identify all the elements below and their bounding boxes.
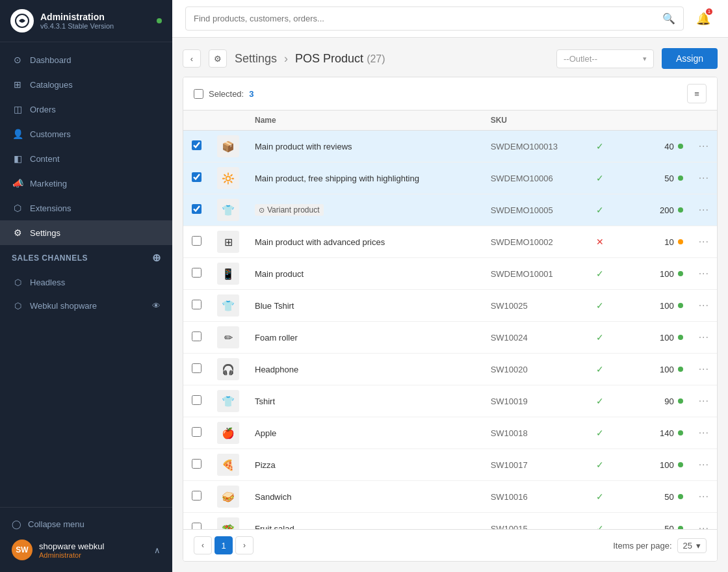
sidebar-item-content[interactable]: ◧ Content <box>0 146 172 171</box>
product-stock-cell: 140 <box>626 417 691 449</box>
row-checkbox[interactable] <box>192 332 202 341</box>
notification-button[interactable]: 🔔 1 <box>692 7 715 31</box>
items-per-page-label: Items per page: <box>613 541 671 551</box>
collapse-label: Collapse menu <box>28 519 84 529</box>
search-icon[interactable]: 🔍 <box>662 12 675 25</box>
table-row: 🔆 Main product, free shipping with highl… <box>183 162 717 194</box>
row-checkbox[interactable] <box>192 204 202 214</box>
more-options-button[interactable]: ··· <box>699 363 709 374</box>
more-options-button[interactable]: ··· <box>699 268 709 279</box>
search-input[interactable] <box>194 14 657 23</box>
more-options-button[interactable]: ··· <box>699 300 709 311</box>
product-name-cell: Headphone <box>247 354 483 385</box>
product-name: Sandwich <box>255 492 291 502</box>
row-checkbox-cell <box>183 481 209 513</box>
more-options-button[interactable]: ··· <box>699 172 709 183</box>
product-action-cell: ··· <box>691 385 717 417</box>
sidebar-item-orders[interactable]: ◫ Orders <box>0 97 172 122</box>
more-options-button[interactable]: ··· <box>699 236 709 247</box>
row-checkbox[interactable] <box>192 268 202 278</box>
more-options-button[interactable]: ··· <box>699 332 709 343</box>
row-checkbox[interactable] <box>192 523 202 529</box>
row-checkbox[interactable] <box>192 300 202 309</box>
col-sku: SKU <box>483 110 574 131</box>
product-name-cell: Tshirt <box>247 385 483 417</box>
product-image-cell: 🍎 <box>209 417 247 449</box>
stock-value: 40 <box>664 142 673 151</box>
stock-value: 50 <box>664 524 673 530</box>
main-content: 🔍 🔔 1 ‹ ⚙ Settings › POS Product (27) --… <box>172 0 728 572</box>
product-name: Foam roller <box>255 333 298 343</box>
pagination-bar: ‹ 1 › Items per page: 25 ▾ <box>183 529 717 561</box>
stock-value: 100 <box>660 460 674 470</box>
per-page-selector[interactable]: 25 ▾ <box>677 538 707 553</box>
product-name-cell: Sandwich <box>247 481 483 513</box>
product-available-cell: ✓ <box>574 417 626 449</box>
product-available-cell: ✓ <box>574 354 626 385</box>
stock-indicator <box>678 462 683 467</box>
eye-icon: 👁 <box>152 301 161 311</box>
available-check-icon: ✓ <box>596 428 604 438</box>
product-stock-cell: 40 <box>626 131 691 162</box>
product-sku-cell: SW10019 <box>483 385 574 417</box>
stock-indicator <box>678 207 683 213</box>
more-options-button[interactable]: ··· <box>699 140 709 151</box>
more-options-button[interactable]: ··· <box>699 395 709 406</box>
sidebar-item-label: Catalogues <box>30 80 73 90</box>
more-options-button[interactable]: ··· <box>699 523 709 529</box>
table-row: 📦 Main product with reviews SWDEMO100013… <box>183 131 717 162</box>
prev-page-button[interactable]: ‹ <box>194 536 212 554</box>
more-options-button[interactable]: ··· <box>699 204 709 215</box>
more-options-button[interactable]: ··· <box>699 459 709 470</box>
back-button[interactable]: ‹ <box>183 49 201 68</box>
row-checkbox[interactable] <box>192 236 202 246</box>
more-options-button[interactable]: ··· <box>699 491 709 502</box>
row-checkbox[interactable] <box>192 459 202 469</box>
sidebar-item-headless[interactable]: ⬡ Headless <box>0 270 172 294</box>
product-image: ✏ <box>217 326 239 348</box>
select-all-checkbox[interactable] <box>194 89 203 99</box>
sidebar-item-marketing[interactable]: 📣 Marketing <box>0 171 172 196</box>
assign-button[interactable]: Assign <box>662 48 718 69</box>
add-channel-button[interactable]: ⊕ <box>152 252 161 264</box>
product-available-cell: ✕ <box>574 226 626 258</box>
product-image: 🍕 <box>217 454 239 476</box>
collapse-menu-button[interactable]: ◯ Collapse menu <box>12 514 161 534</box>
sidebar-item-customers[interactable]: 👤 Customers <box>0 122 172 146</box>
table-row: ⊞ Main product with advanced prices SWDE… <box>183 226 717 258</box>
more-options-button[interactable]: ··· <box>699 427 709 438</box>
app-title: Administration <box>40 12 150 22</box>
row-checkbox[interactable] <box>192 427 202 437</box>
table-row: 🍕 Pizza SW10017 ✓ 100 ··· <box>183 449 717 481</box>
outlet-selector[interactable]: --Outlet-- ▾ <box>556 49 654 68</box>
page-settings-button[interactable]: ⚙ <box>209 49 227 68</box>
product-name-cell: Main product, free shipping with highlig… <box>247 162 483 194</box>
settings-icon: ⚙ <box>12 227 23 239</box>
product-image-cell: ⊞ <box>209 226 247 258</box>
row-checkbox[interactable] <box>192 395 202 405</box>
next-page-button[interactable]: › <box>235 536 254 554</box>
col-available <box>574 110 626 131</box>
product-available-cell: ✓ <box>574 513 626 530</box>
sidebar-item-catalogues[interactable]: ⊞ Catalogues <box>0 72 172 97</box>
sidebar-item-dashboard[interactable]: ⊙ Dashboard <box>0 47 172 72</box>
breadcrumb-settings[interactable]: Settings <box>235 52 277 65</box>
channel-label: Headless <box>30 278 65 287</box>
product-action-cell: ··· <box>691 194 717 226</box>
app-logo-icon <box>10 9 34 32</box>
available-check-icon: ✓ <box>596 523 604 529</box>
sidebar-item-extensions[interactable]: ⬡ Extensions <box>0 196 172 220</box>
row-checkbox[interactable] <box>192 363 202 373</box>
sidebar-item-webkul-shopware[interactable]: ⬡ Webkul shopware 👁 <box>0 294 172 317</box>
available-check-icon: ✓ <box>596 173 604 183</box>
product-sku-cell: SW10018 <box>483 417 574 449</box>
chevron-up-icon[interactable]: ∧ <box>154 545 161 555</box>
row-checkbox[interactable] <box>192 172 202 182</box>
row-checkbox[interactable] <box>192 491 202 500</box>
table-options-button[interactable]: ≡ <box>687 84 707 103</box>
page-1-button[interactable]: 1 <box>214 536 233 554</box>
row-checkbox[interactable] <box>192 140 202 150</box>
sidebar-item-settings[interactable]: ⚙ Settings <box>0 220 172 245</box>
product-name: Blue Tshirt <box>255 301 294 311</box>
orders-icon: ◫ <box>12 103 23 115</box>
